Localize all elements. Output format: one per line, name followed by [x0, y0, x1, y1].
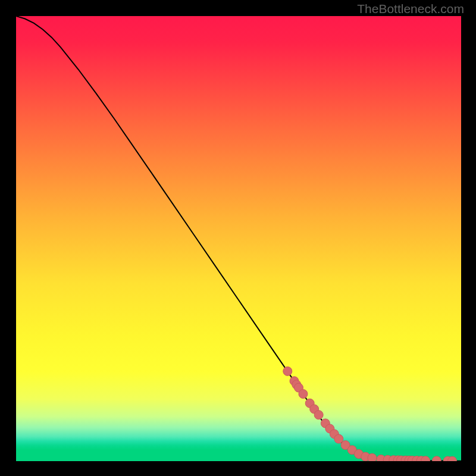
curve-line — [16, 16, 461, 461]
data-marker — [314, 411, 323, 419]
markers-group — [283, 367, 457, 461]
watermark-text: TheBottleneck.com — [357, 2, 464, 16]
plot-area — [16, 16, 461, 461]
data-marker — [432, 456, 441, 461]
data-marker — [283, 367, 292, 375]
chart-overlay — [16, 16, 461, 461]
data-marker — [299, 390, 308, 399]
data-marker — [368, 453, 377, 461]
